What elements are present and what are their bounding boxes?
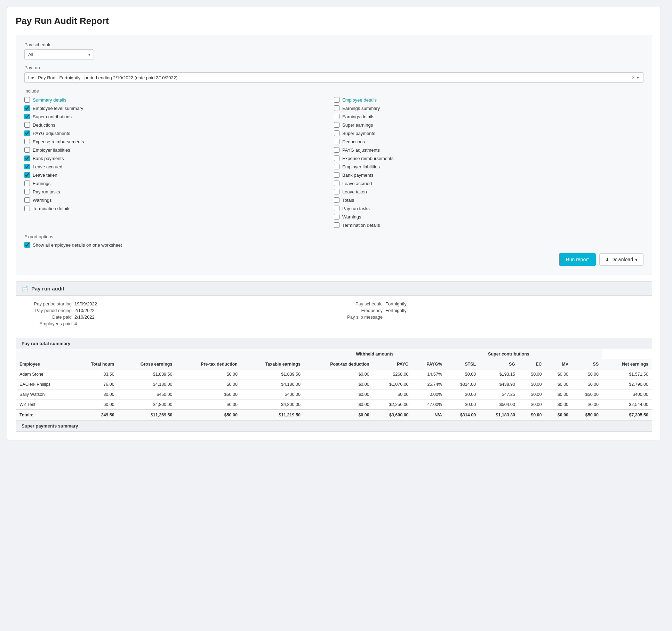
checkbox-emp-level[interactable] (24, 105, 30, 111)
pay-run-clear-button[interactable]: × (631, 75, 636, 80)
table-cell: 25.74% (412, 380, 446, 390)
checkbox-item-leave-acc-r: Leave accrued (334, 181, 643, 186)
table-cell: $0.00 (572, 380, 602, 390)
checkbox-item-leave-taken: Leave taken (24, 172, 334, 178)
checkbox-exp-reimb[interactable] (24, 139, 30, 144)
checkbox-label-ded-r[interactable]: Deductions (342, 139, 365, 144)
report-section: 📄 Pay run audit Pay period starting 19/0… (16, 281, 652, 432)
checkbox-label-summary[interactable]: Summary details (33, 97, 66, 103)
checkbox-earn-sum[interactable] (334, 105, 339, 111)
checkbox-super-earn[interactable] (334, 122, 339, 128)
checkbox-ded-r[interactable] (334, 139, 339, 144)
table-total-cell: $11,219.50 (241, 410, 304, 420)
checkbox-label-leave-acc-r[interactable]: Leave accrued (342, 181, 372, 186)
checkbox-payrun-tasks-l[interactable] (24, 189, 30, 194)
checkbox-leave-acc[interactable] (24, 164, 30, 169)
checkbox-label-payrun-tasks-l[interactable]: Pay run tasks (33, 189, 60, 194)
checkbox-exp-r[interactable] (334, 155, 339, 161)
checkbox-label-super[interactable]: Super contributions (33, 114, 72, 119)
checkbox-super[interactable] (24, 114, 30, 119)
meta-key-pay-slip: Pay slip message (334, 314, 383, 320)
checkbox-super-pay[interactable] (334, 130, 339, 136)
checkbox-label-exp-r[interactable]: Expense reimbursements (342, 156, 393, 161)
checkbox-bank-pay[interactable] (24, 155, 30, 161)
checkbox-emp-liab[interactable] (24, 147, 30, 153)
checkbox-label-super-pay[interactable]: Super payments (342, 131, 375, 136)
checkbox-label-totals-r[interactable]: Totals (342, 198, 354, 203)
checkbox-label-term-l[interactable]: Termination details (33, 206, 70, 211)
checkbox-bank-r[interactable] (334, 172, 339, 178)
table-total-cell: $7,305.50 (602, 410, 652, 420)
table-cell: $0.00 (519, 390, 545, 400)
checkbox-label-emp-level[interactable]: Employee level summary (33, 106, 83, 111)
th-withheld-amounts: Withheld amounts (304, 349, 446, 359)
checkbox-label-emp-det[interactable]: Employee details (342, 97, 377, 103)
checkbox-worksheet[interactable] (24, 242, 30, 248)
table-cell: $0.00 (446, 390, 479, 400)
checkbox-label-emp-liab[interactable]: Employer liabilities (33, 147, 70, 153)
checkbox-label-leave-taken-r[interactable]: Leave taken (342, 189, 367, 194)
checkbox-item-summary: Summary details (24, 97, 334, 103)
checkbox-label-exp-reimb[interactable]: Expense reimbursements (33, 139, 84, 144)
table-cell: $1,571.50 (602, 369, 652, 380)
run-report-button[interactable]: Run report (559, 253, 596, 266)
checkbox-label-worksheet[interactable]: Show all employee details on one workshe… (33, 242, 122, 248)
checkbox-term-r[interactable] (334, 222, 339, 228)
th-gross-earnings: Gross earnings (118, 359, 176, 369)
checkbox-totals-r[interactable] (334, 197, 339, 203)
checkbox-label-earn-sum[interactable]: Earnings summary (342, 106, 380, 111)
checkbox-leave-taken-r[interactable] (334, 189, 339, 194)
checkbox-label-earn-det[interactable]: Earnings details (342, 114, 375, 119)
checkbox-emp-liab-r[interactable] (334, 164, 339, 169)
checkbox-label-payg-r[interactable]: PAYG adjustments (342, 147, 380, 153)
table-cell: $0.00 (572, 369, 602, 380)
checkbox-payrun-tasks-r[interactable] (334, 206, 339, 211)
pay-schedule-group: Pay schedule All (24, 42, 643, 59)
checkbox-label-payrun-tasks-r[interactable]: Pay run tasks (342, 206, 370, 211)
download-button[interactable]: ⬇ Download ▾ (599, 253, 643, 266)
table-total-cell: $50.00 (572, 410, 602, 420)
checkbox-label-leave-acc[interactable]: Leave accrued (33, 164, 62, 169)
checkbox-col-right: Employee details Earnings summary Earnin… (334, 97, 643, 228)
table-row: WZ Test60.00$4,800.00$0.00$4,800.00$0.00… (16, 400, 652, 410)
checkbox-label-emp-liab-r[interactable]: Employer liabilities (342, 164, 380, 169)
checkbox-term-l[interactable] (24, 206, 30, 211)
checkbox-summary[interactable] (24, 97, 30, 103)
checkbox-label-super-earn[interactable]: Super earnings (342, 122, 373, 128)
checkbox-label-bank-pay[interactable]: Bank payments (33, 156, 64, 161)
checkbox-payg-r[interactable] (334, 147, 339, 153)
checkbox-label-deductions[interactable]: Deductions (33, 122, 55, 128)
checkbox-emp-det[interactable] (334, 97, 339, 103)
checkbox-leave-acc-r[interactable] (334, 181, 339, 186)
checkbox-label-term-r[interactable]: Termination details (342, 223, 380, 228)
checkbox-warn-r[interactable] (334, 214, 339, 219)
pay-schedule-select[interactable]: All (24, 49, 94, 59)
checkbox-label-warnings-l[interactable]: Warnings (33, 198, 51, 203)
checkbox-label-payg-left[interactable]: PAYG adjustments (33, 131, 70, 136)
checkbox-item-exp-r: Expense reimbursements (334, 155, 643, 161)
checkbox-earnings-l[interactable] (24, 181, 30, 186)
table-cell: $504.00 (479, 400, 519, 410)
checkbox-leave-taken[interactable] (24, 172, 30, 178)
download-label: Download (611, 257, 633, 262)
th-super-contributions: Super contributions (446, 349, 572, 359)
meta-key-pay-schedule: Pay schedule (334, 301, 383, 306)
checkbox-label-earnings-l[interactable]: Earnings (33, 181, 50, 186)
checkbox-earn-det[interactable] (334, 114, 339, 119)
table-cell: 47.00% (412, 400, 446, 410)
table-cell: $0.00 (304, 380, 373, 390)
th-sg: SG (479, 359, 519, 369)
table-total-cell: $11,269.50 (118, 410, 176, 420)
checkbox-warnings-l[interactable] (24, 197, 30, 203)
checkbox-label-bank-r[interactable]: Bank payments (342, 173, 374, 178)
pay-run-dropdown-button[interactable]: ▾ (636, 75, 640, 80)
checkbox-item-earn-sum: Earnings summary (334, 105, 643, 111)
checkbox-item-deductions: Deductions (24, 122, 334, 128)
checkbox-label-warn-r[interactable]: Warnings (342, 214, 361, 219)
checkbox-item-warn-r: Warnings (334, 214, 643, 219)
checkbox-deductions[interactable] (24, 122, 30, 128)
checkbox-label-leave-taken[interactable]: Leave taken (33, 173, 57, 178)
meta-key-pay-period-ending: Pay period ending (23, 308, 72, 313)
checkbox-payg-left[interactable] (24, 130, 30, 136)
export-label: Export options (24, 234, 643, 239)
